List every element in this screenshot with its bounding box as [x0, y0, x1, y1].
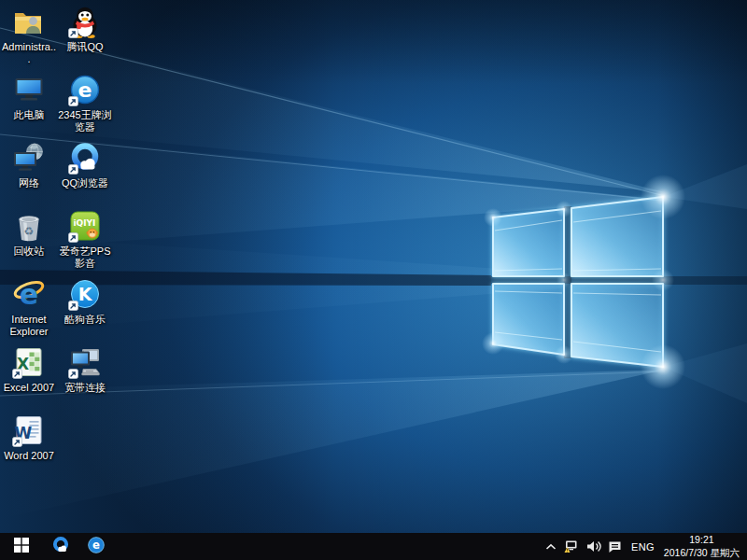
recycle-bin-icon: ♻	[12, 209, 46, 243]
volume-icon[interactable]	[583, 533, 604, 560]
desktop-icon-excel-2007[interactable]: X Excel 2007	[1, 345, 57, 413]
2345-browser-icon: e	[68, 73, 102, 106]
shortcut-arrow-icon	[68, 301, 78, 311]
svg-text:e: e	[20, 278, 38, 311]
icon-label: QQ浏览器	[62, 177, 108, 189]
desktop-icon-internet-explorer[interactable]: e Internet Explorer	[1, 277, 57, 344]
icon-label: Excel 2007	[4, 382, 54, 394]
desktop-icon-broadband-connection[interactable]: 宽带连接	[57, 345, 113, 413]
clock-time: 19:21	[664, 534, 740, 546]
taskbar-item-2345-browser[interactable]: e	[78, 533, 114, 560]
hidden-icons-chevron[interactable]	[540, 533, 561, 560]
start-button[interactable]	[0, 533, 43, 560]
desktop: Administra... 腾讯QQ	[0, 0, 747, 560]
icon-label: Administra...	[1, 41, 57, 65]
system-tray: ENG 19:21 2016/7/30 星期六	[540, 533, 747, 560]
shortcut-arrow-icon	[68, 96, 78, 106]
shortcut-arrow-icon	[68, 28, 78, 38]
qq-penguin-icon	[68, 5, 102, 38]
administrator-folder-icon	[12, 5, 46, 38]
desktop-icon-network[interactable]: 网络	[1, 141, 57, 208]
desktop-icon-tencent-qq[interactable]: 腾讯QQ	[57, 5, 113, 72]
desktop-icon-this-pc[interactable]: 此电脑	[1, 73, 57, 140]
desktop-icon-qq-browser[interactable]: QQ浏览器	[57, 141, 113, 208]
svg-text:iQIYI: iQIYI	[74, 218, 96, 228]
desktop-icon-kugou-music[interactable]: K 酷狗音乐	[57, 277, 113, 344]
desktop-icon-administrator[interactable]: Administra...	[1, 5, 57, 72]
word-2007-icon: W	[12, 413, 46, 447]
svg-text:e: e	[78, 78, 92, 102]
icon-label: 网络	[19, 177, 39, 189]
qq-browser-taskbar-icon	[51, 536, 70, 558]
taskbar: e	[0, 533, 747, 560]
svg-text:♻: ♻	[24, 225, 35, 238]
icon-label: 此电脑	[14, 109, 45, 121]
action-center-icon[interactable]	[604, 533, 626, 560]
shortcut-arrow-icon	[68, 164, 78, 175]
shortcut-arrow-icon	[68, 232, 78, 243]
shortcut-arrow-icon	[12, 369, 22, 379]
icon-label: Internet Explorer	[1, 314, 57, 338]
taskbar-item-qq-browser[interactable]	[43, 533, 78, 560]
svg-text:K: K	[78, 284, 93, 304]
network-globe-icon	[12, 141, 46, 175]
clock[interactable]: 19:21 2016/7/30 星期六	[660, 534, 747, 558]
broadband-connection-icon	[68, 345, 102, 379]
icon-label: 2345王牌浏览器	[57, 109, 113, 133]
icon-label: 爱奇艺PPS 影音	[57, 245, 113, 270]
kugou-music-icon: K	[68, 277, 102, 311]
desktop-icon-iqiyi-pps[interactable]: iQIYI 爱奇艺PPS 影音	[57, 209, 113, 276]
shortcut-arrow-icon	[68, 369, 78, 379]
desktop-icon-2345-browser[interactable]: e 2345王牌浏览器	[57, 73, 113, 140]
icon-label: 回收站	[14, 245, 45, 258]
icon-label: 腾讯QQ	[66, 41, 103, 53]
icon-label: 酷狗音乐	[64, 314, 106, 326]
windows-start-icon	[14, 538, 29, 556]
clock-date: 2016/7/30 星期六	[664, 547, 740, 559]
icon-label: 宽带连接	[64, 382, 106, 394]
shortcut-arrow-icon	[12, 437, 22, 447]
desktop-icon-recycle-bin[interactable]: ♻ 回收站	[1, 209, 57, 276]
svg-text:e: e	[92, 539, 100, 552]
2345-browser-taskbar-icon: e	[87, 536, 106, 558]
qq-browser-icon	[68, 141, 102, 175]
this-pc-icon	[12, 73, 46, 106]
iqiyi-pps-icon: iQIYI	[68, 209, 102, 243]
icon-label: Word 2007	[4, 450, 54, 462]
desktop-icon-word-2007[interactable]: W Word 2007	[1, 413, 57, 481]
internet-explorer-icon: e	[12, 277, 46, 311]
excel-2007-icon: X	[12, 345, 46, 379]
language-indicator[interactable]: ENG	[626, 541, 660, 553]
network-warning-icon[interactable]	[561, 533, 583, 560]
